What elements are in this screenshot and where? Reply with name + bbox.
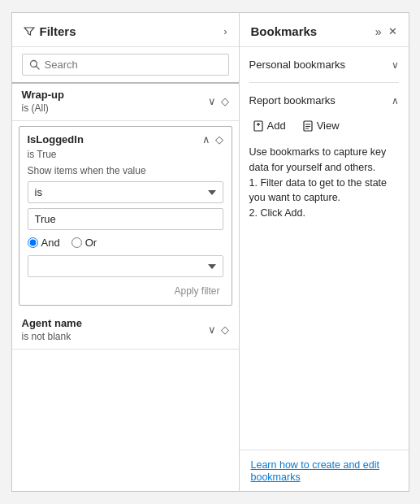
filters-header: Filters › (12, 13, 239, 47)
filter-card-isloggedin: IsLoggedIn ∧ ◇ is True Show items when t… (19, 126, 232, 306)
personal-bookmarks-title: Personal bookmarks (249, 59, 346, 71)
learn-bookmarks-link[interactable]: Learn how to create and edit bookmarks (251, 459, 379, 483)
bookmark-add-button[interactable]: Add (249, 118, 289, 133)
filter-radio-or[interactable]: Or (71, 237, 97, 249)
bookmarks-body: Personal bookmarks ∨ Report bookmarks ∧ (240, 47, 409, 450)
radio-and-label: And (41, 237, 60, 249)
apply-filter-row: Apply filter (28, 284, 223, 298)
report-bookmarks-header[interactable]: Report bookmarks ∧ (249, 89, 399, 111)
filters-header-left: Filters (24, 24, 76, 38)
filters-body: Wrap-up is (All) ∨ ◇ IsLoggedIn ∧ (12, 82, 239, 491)
filter-card-wrapup-subtitle: is (All) (22, 102, 64, 114)
filter-card-isloggedin-title: IsLoggedIn (28, 133, 84, 146)
personal-bookmarks-header[interactable]: Personal bookmarks ∨ (249, 54, 399, 76)
agentname-chevron-down-icon[interactable]: ∨ (208, 324, 216, 336)
filter-card-agentname-icons: ∨ ◇ (208, 324, 229, 336)
search-box (22, 54, 229, 76)
filters-expand-icon[interactable]: › (223, 25, 227, 37)
agentname-eraser-icon[interactable]: ◇ (221, 324, 229, 336)
filter-radio-and[interactable]: And (28, 237, 60, 249)
filter-card-wrapup-icons: ∨ ◇ (208, 95, 229, 107)
radio-or-input[interactable] (71, 237, 82, 248)
bookmark-view-label: View (317, 119, 340, 132)
filter-card-wrapup-title: Wrap-up (22, 89, 64, 101)
filter-radio-row: And Or (28, 237, 223, 249)
filter-card-agentname-title: Agent name (22, 317, 82, 329)
filter-value-input[interactable] (28, 208, 223, 230)
bookmark-view-button[interactable]: View (299, 118, 343, 133)
filter-card-agentname-header: Agent name is not blank ∨ ◇ (22, 317, 229, 342)
report-bookmarks-body: Add View Use bo (249, 111, 399, 221)
apply-filter-button[interactable]: Apply filter (171, 284, 223, 298)
filters-title: Filters (40, 24, 76, 38)
funnel-icon (24, 26, 35, 37)
filter-second-condition-select[interactable]: is is not (28, 255, 223, 277)
bookmarks-panel: Bookmarks » ✕ Personal bookmarks ∨ Repor… (240, 13, 409, 491)
svg-line-1 (36, 67, 39, 70)
radio-or-label: Or (85, 237, 97, 249)
bookmarks-header: Bookmarks » ✕ (240, 13, 409, 47)
report-bookmarks-title: Report bookmarks (249, 94, 336, 106)
filter-show-items-desc: Show items when the value (28, 165, 223, 176)
filter-card-agentname-subtitle: is not blank (22, 331, 82, 342)
isloggedin-eraser-icon[interactable]: ◇ (215, 133, 223, 146)
report-bookmarks-chevron-icon: ∧ (392, 95, 399, 106)
filter-card-wrapup: Wrap-up is (All) ∨ ◇ (12, 82, 239, 121)
search-icon (29, 59, 40, 70)
bookmarks-footer: Learn how to create and edit bookmarks (240, 450, 409, 491)
filters-panel: Filters › Wrap-up is (All) (12, 13, 240, 491)
view-bookmark-icon (302, 120, 314, 132)
filter-card-isloggedin-header: IsLoggedIn ∧ ◇ (28, 133, 223, 146)
personal-bookmarks-section: Personal bookmarks ∨ (240, 47, 409, 82)
add-bookmark-icon (253, 120, 264, 132)
bookmark-add-view-row: Add View (249, 115, 399, 141)
bookmarks-title: Bookmarks (251, 24, 318, 38)
filter-card-isloggedin-icons: ∧ ◇ (202, 133, 223, 146)
report-bookmarks-section: Report bookmarks ∧ Add (240, 83, 409, 228)
bookmarks-expand-icon[interactable]: » (375, 25, 382, 38)
filter-condition-select[interactable]: is is not contains (28, 181, 223, 203)
bookmark-instructions: Use bookmarks to capture key data for yo… (249, 141, 399, 221)
wrapup-chevron-down-icon[interactable]: ∨ (208, 95, 216, 107)
radio-and-input[interactable] (28, 237, 38, 248)
wrapup-eraser-icon[interactable]: ◇ (221, 95, 229, 107)
personal-bookmarks-chevron-icon: ∨ (392, 59, 399, 71)
filter-card-wrapup-header: Wrap-up is (All) ∨ ◇ (22, 89, 229, 114)
filter-card-agentname: Agent name is not blank ∨ ◇ (12, 311, 239, 350)
bookmarks-close-icon[interactable]: ✕ (388, 25, 397, 37)
bookmarks-header-icons: » ✕ (375, 25, 397, 38)
isloggedin-chevron-up-icon[interactable]: ∧ (202, 133, 210, 146)
search-input[interactable] (45, 59, 222, 71)
bookmark-add-label: Add (267, 119, 286, 132)
filter-card-isloggedin-subtitle: is True (28, 149, 223, 160)
